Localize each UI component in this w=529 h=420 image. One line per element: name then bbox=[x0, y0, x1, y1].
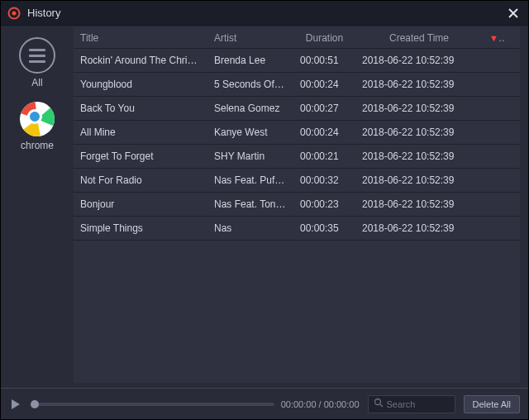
cell-duration: 00:00:23 bbox=[293, 198, 355, 210]
search-icon bbox=[374, 398, 384, 410]
cell-created: 2018-06-22 10:52:39 bbox=[355, 174, 483, 186]
cell-artist: SHY Martin bbox=[207, 150, 293, 162]
main-panel: Title Artist Duration Created Time ▼ Roc… bbox=[74, 26, 528, 388]
cell-title: Not For Radio bbox=[74, 174, 207, 186]
sort-indicator[interactable]: ▼ bbox=[483, 32, 504, 44]
table-header: Title Artist Duration Created Time ▼ bbox=[74, 27, 520, 49]
progress-track[interactable] bbox=[31, 403, 274, 406]
sidebar-item-all[interactable]: All bbox=[17, 36, 57, 90]
play-button[interactable] bbox=[9, 398, 22, 411]
cell-title: All Mine bbox=[74, 126, 207, 138]
table-row[interactable]: Forget To ForgetSHY Martin00:00:212018-0… bbox=[74, 145, 520, 169]
app-icon bbox=[7, 7, 21, 20]
cell-duration: 00:00:21 bbox=[293, 150, 355, 162]
cell-title: Youngblood bbox=[74, 79, 207, 90]
table-row[interactable]: Rockin' Around The Christ…Brenda Lee00:0… bbox=[74, 49, 520, 73]
chrome-icon bbox=[20, 102, 55, 136]
cell-duration: 00:00:51 bbox=[293, 55, 355, 66]
cell-duration: 00:00:24 bbox=[293, 126, 355, 138]
cell-artist: Kanye West bbox=[207, 126, 293, 138]
window-title: History bbox=[27, 7, 60, 19]
column-header-created[interactable]: Created Time bbox=[355, 32, 483, 44]
cell-artist: Nas bbox=[207, 222, 293, 234]
table-row[interactable]: Youngblood5 Seconds Of …00:00:242018-06-… bbox=[74, 73, 520, 97]
cell-created: 2018-06-22 10:52:39 bbox=[355, 126, 483, 138]
cell-duration: 00:00:24 bbox=[293, 79, 355, 90]
play-icon bbox=[12, 399, 20, 409]
search-box[interactable] bbox=[368, 395, 455, 413]
table-row[interactable]: Back To YouSelena Gomez00:00:272018-06-2… bbox=[74, 97, 520, 121]
cell-duration: 00:00:35 bbox=[293, 222, 355, 234]
titlebar: History bbox=[1, 1, 528, 26]
cell-artist: Nas Feat. Puff … bbox=[207, 174, 293, 186]
cell-artist: Nas Feat. Tony… bbox=[207, 198, 293, 210]
svg-point-2 bbox=[374, 399, 380, 405]
cell-created: 2018-06-22 10:52:39 bbox=[355, 55, 483, 66]
table-row[interactable]: BonjourNas Feat. Tony…00:00:232018-06-22… bbox=[74, 193, 520, 217]
svg-line-3 bbox=[380, 404, 383, 407]
cell-duration: 00:00:32 bbox=[293, 174, 355, 186]
column-header-artist[interactable]: Artist bbox=[207, 32, 293, 44]
cell-title: Bonjour bbox=[74, 198, 207, 210]
table-row[interactable]: Not For RadioNas Feat. Puff …00:00:32201… bbox=[74, 169, 520, 193]
cell-created: 2018-06-22 10:52:39 bbox=[355, 150, 483, 162]
column-header-duration[interactable]: Duration bbox=[293, 32, 355, 44]
delete-all-button[interactable]: Delete All bbox=[464, 395, 520, 413]
history-table: Title Artist Duration Created Time ▼ Roc… bbox=[74, 27, 520, 383]
column-header-title[interactable]: Title bbox=[74, 32, 207, 44]
search-input[interactable] bbox=[387, 399, 450, 409]
cell-duration: 00:00:27 bbox=[293, 103, 355, 114]
progress-bar-wrap: 00:00:00 / 00:00:00 bbox=[31, 399, 360, 409]
cell-created: 2018-06-22 10:52:39 bbox=[355, 103, 483, 114]
sidebar-item-label: All bbox=[31, 77, 42, 88]
close-button[interactable] bbox=[505, 5, 522, 21]
sidebar: All chrome bbox=[1, 26, 74, 388]
progress-handle[interactable] bbox=[31, 400, 39, 408]
sidebar-item-chrome[interactable]: chrome bbox=[18, 100, 56, 153]
table-row[interactable]: Simple ThingsNas00:00:352018-06-22 10:52… bbox=[74, 217, 520, 241]
cell-title: Forget To Forget bbox=[74, 150, 207, 162]
cell-created: 2018-06-22 10:52:39 bbox=[355, 79, 483, 90]
cell-title: Rockin' Around The Christ… bbox=[74, 55, 207, 66]
cell-created: 2018-06-22 10:52:39 bbox=[355, 198, 483, 210]
content-area: All chrome Title Artist Duration Created… bbox=[1, 26, 528, 388]
table-body: Rockin' Around The Christ…Brenda Lee00:0… bbox=[74, 49, 520, 383]
footer: 00:00:00 / 00:00:00 Delete All bbox=[1, 388, 528, 419]
svg-point-1 bbox=[12, 11, 17, 15]
cell-artist: Brenda Lee bbox=[207, 55, 293, 66]
cell-title: Back To You bbox=[74, 103, 207, 114]
table-row[interactable]: All MineKanye West00:00:242018-06-22 10:… bbox=[74, 121, 520, 145]
time-display: 00:00:00 / 00:00:00 bbox=[281, 399, 360, 409]
sort-down-icon: ▼ bbox=[489, 32, 504, 44]
cell-created: 2018-06-22 10:52:39 bbox=[355, 222, 483, 234]
cell-title: Simple Things bbox=[74, 222, 207, 234]
menu-icon bbox=[19, 37, 55, 74]
cell-artist: Selena Gomez bbox=[207, 103, 293, 114]
sidebar-item-label: chrome bbox=[21, 140, 54, 151]
cell-artist: 5 Seconds Of … bbox=[207, 79, 293, 90]
